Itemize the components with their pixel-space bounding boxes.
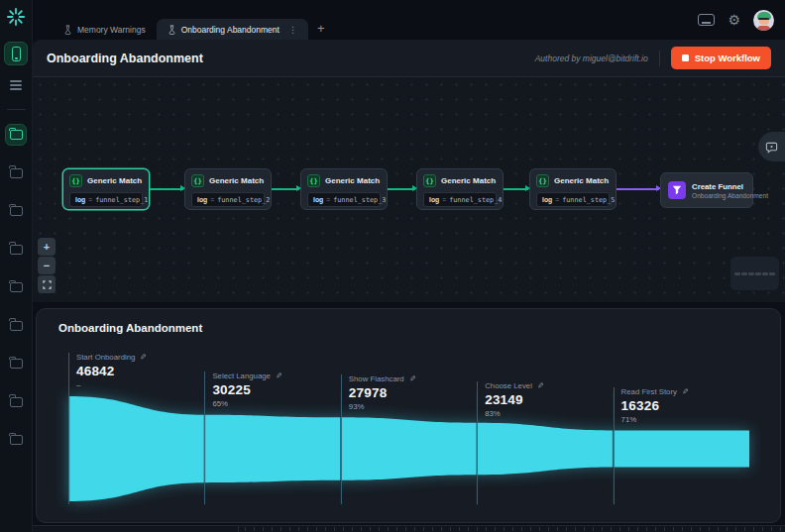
edge-connector <box>272 188 299 190</box>
stage-label: Choose Level <box>485 381 532 390</box>
node-condition: log = funnel_step_1 <box>69 192 143 207</box>
folder-item[interactable] <box>5 353 27 374</box>
workflow-canvas[interactable]: {} Generic Match log = funnel_step_1 {} … <box>33 77 785 302</box>
zoom-in-button[interactable]: + <box>38 238 56 256</box>
stage-label: Start Onboarding <box>76 353 135 362</box>
stop-workflow-button[interactable]: Stop Workflow <box>671 47 771 69</box>
workflow-header: Onboarding Abandonment Authored by migue… <box>33 40 785 77</box>
folder-item[interactable] <box>5 391 27 413</box>
folder-icon <box>10 206 23 216</box>
output-node-subtitle: Onboarding Abandonment <box>692 192 768 199</box>
workflow-node-4[interactable]: {} Generic Match log = funnel_step_4 <box>416 168 504 210</box>
authored-by-text: Authored by miguel@bitdrift.io <box>535 53 648 63</box>
braces-icon: {} <box>536 174 549 187</box>
device-nav-button[interactable] <box>4 42 28 65</box>
fit-view-button[interactable] <box>38 275 56 293</box>
stop-icon <box>682 54 689 61</box>
edit-icon[interactable]: ✎ <box>682 387 689 396</box>
keyboard-shortcuts-icon[interactable] <box>698 14 715 26</box>
stage-percentage: 71% <box>621 415 689 424</box>
stage-value: 30225 <box>212 382 281 397</box>
tab-memory-warnings[interactable]: Memory Warnings <box>53 19 157 40</box>
canvas-zoom-controls: + − <box>38 238 56 293</box>
create-funnel-node[interactable]: Create Funnel Onboarding Abandonment <box>660 172 753 208</box>
next-panel-ticks <box>245 527 781 531</box>
topbar-actions: ⚙ <box>698 0 774 40</box>
top-tab-bar: Memory Warnings Onboarding Abandonment ⋮… <box>33 0 785 40</box>
workflow-node-5[interactable]: {} Generic Match log = funnel_step_5 <box>529 168 617 210</box>
zoom-out-button[interactable]: − <box>38 257 56 274</box>
tab-menu-icon[interactable]: ⋮ <box>288 25 297 35</box>
funnel-panel-title: Onboarding Abandonment <box>58 322 202 334</box>
settings-gear-icon[interactable]: ⚙ <box>728 13 740 27</box>
next-panel-edge <box>33 525 785 532</box>
folder-item[interactable] <box>5 239 27 261</box>
funnel-icon <box>668 181 686 199</box>
tab-onboarding-abandonment[interactable]: Onboarding Abandonment ⋮ <box>157 19 308 40</box>
stage-percentage: 65% <box>212 399 281 408</box>
edit-icon[interactable]: ✎ <box>140 353 147 362</box>
stage-value: 23149 <box>485 392 543 407</box>
funnel-chart: Start Onboarding ✎ 46842 – Select Langua… <box>68 349 749 508</box>
phone-icon <box>12 47 21 61</box>
funnel-panel: Onboarding Abandonment Start Onboarding … <box>36 308 781 523</box>
header-divider <box>659 51 660 66</box>
user-avatar[interactable] <box>753 10 774 31</box>
folder-list <box>5 124 27 451</box>
flask-icon <box>168 25 176 35</box>
edit-icon[interactable]: ✎ <box>537 381 544 390</box>
edge-connector <box>388 188 415 190</box>
chat-assistant-tab[interactable] <box>758 132 785 161</box>
edge-connector <box>504 188 528 190</box>
edge-connector <box>150 188 183 190</box>
output-node-title: Create Funnel <box>692 182 768 191</box>
sidebar <box>0 0 33 532</box>
folder-item-active[interactable] <box>5 124 27 146</box>
workflow-node-3[interactable]: {} Generic Match log = funnel_step_3 <box>300 168 388 210</box>
folder-icon <box>10 168 23 178</box>
stage-value: 46842 <box>76 364 147 378</box>
funnel-stage-3: Show Flashcard ✎ 27978 93% <box>341 374 416 504</box>
node-condition: log = funnel_step_4 <box>423 192 497 207</box>
flask-icon <box>63 25 72 35</box>
folder-item[interactable] <box>5 200 27 222</box>
funnel-stage-1: Start Onboarding ✎ 46842 – <box>68 353 147 504</box>
edit-icon[interactable]: ✎ <box>276 372 282 380</box>
folder-icon <box>10 130 23 140</box>
tab-label: Onboarding Abandonment <box>181 25 280 35</box>
funnel-stage-4: Choose Level ✎ 23149 83% <box>477 381 543 504</box>
edge-connector-purple <box>617 188 659 190</box>
canvas-minimap[interactable] <box>730 257 779 290</box>
folder-item[interactable] <box>5 429 27 451</box>
workflow-node-2[interactable]: {} Generic Match log = funnel_step_2 <box>184 168 272 210</box>
folder-item[interactable] <box>5 276 27 298</box>
stage-value: 16326 <box>621 398 689 413</box>
funnel-stage-5: Read First Story ✎ 16326 71% <box>614 387 689 504</box>
stage-percentage: 83% <box>485 409 543 418</box>
node-title: Generic Match <box>87 176 142 185</box>
new-tab-button[interactable]: + <box>317 22 325 35</box>
bitdrift-logo-icon <box>7 8 25 26</box>
workflow-header-actions: Authored by miguel@bitdrift.io Stop Work… <box>535 47 771 69</box>
node-title: Generic Match <box>554 176 609 185</box>
braces-icon: {} <box>307 174 320 187</box>
stage-label: Select Language <box>212 372 271 380</box>
folder-item[interactable] <box>5 315 27 337</box>
folder-item[interactable] <box>5 162 27 184</box>
workflow-node-1[interactable]: {} Generic Match log = funnel_step_1 <box>62 168 150 210</box>
node-title: Generic Match <box>441 176 496 185</box>
stage-percentage: 93% <box>349 402 416 411</box>
stage-percentage: – <box>76 380 147 389</box>
tab-label: Memory Warnings <box>77 25 146 35</box>
workflow-title: Onboarding Abandonment <box>47 52 203 65</box>
next-panel-divider <box>238 526 239 532</box>
braces-icon: {} <box>69 174 82 187</box>
stage-label: Show Flashcard <box>349 374 404 383</box>
edit-icon[interactable]: ✎ <box>409 374 416 383</box>
sidebar-divider <box>7 109 26 110</box>
stage-label: Read First Story <box>621 387 677 396</box>
folder-icon <box>10 321 23 331</box>
funnel-stage-2: Select Language ✎ 30225 65% <box>204 372 281 504</box>
tab-strip: Memory Warnings Onboarding Abandonment ⋮… <box>53 19 325 40</box>
list-nav-button[interactable] <box>4 73 28 97</box>
